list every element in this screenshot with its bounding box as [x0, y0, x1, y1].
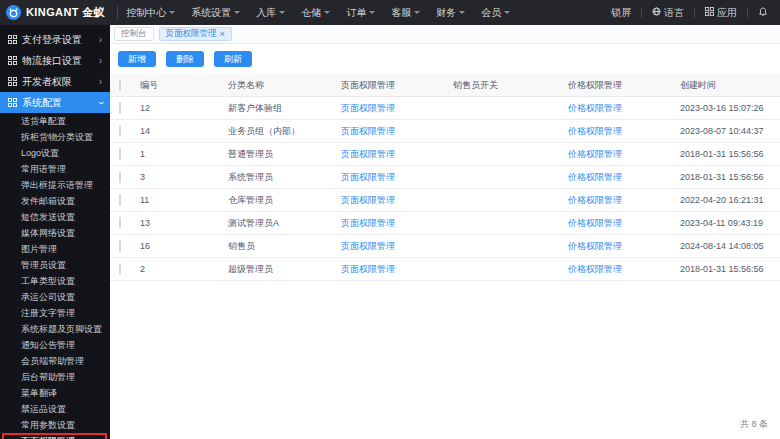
price-permission-link[interactable]: 价格权限管理	[568, 263, 680, 276]
sidebar-item-label: 通知公告管理	[21, 339, 75, 352]
chevron-down-icon	[459, 11, 465, 17]
col-header-price-permission: 价格权限管理	[568, 79, 680, 92]
menu-grid-icon	[8, 77, 17, 86]
sidebar-item-10[interactable]: 管理员设置	[0, 257, 110, 273]
nav-right-divider	[694, 7, 695, 18]
delete-button[interactable]: 删除	[166, 51, 204, 67]
chevron-right-icon: ›	[99, 77, 102, 87]
select-all-checkbox[interactable]	[119, 79, 121, 91]
row-checkbox[interactable]	[119, 263, 121, 275]
sidebar-item-19[interactable]: 禁运品设置	[0, 401, 110, 417]
sidebar-item-12[interactable]: 承运公司设置	[0, 289, 110, 305]
sidebar-item-9[interactable]: 图片管理	[0, 241, 110, 257]
page-permission-link[interactable]: 页面权限管理	[341, 194, 453, 207]
lock-screen-button[interactable]: 锁屏	[611, 6, 631, 20]
globe-button[interactable]: 语言	[652, 6, 684, 20]
nav-utility-label: 应用	[717, 6, 737, 20]
sidebar-item-20[interactable]: 常用参数设置	[0, 417, 110, 433]
row-checkbox[interactable]	[119, 194, 121, 206]
table-row: 3系统管理员页面权限管理价格权限管理2018-01-31 15:56:56	[110, 166, 780, 189]
nav-utility-label: 语言	[664, 6, 684, 20]
sidebar-item-4[interactable]: 常用语管理	[0, 161, 110, 177]
row-checkbox[interactable]	[119, 102, 121, 114]
page-permission-link[interactable]: 页面权限管理	[341, 263, 453, 276]
nav-item-1[interactable]: 控制中心	[126, 6, 175, 20]
price-permission-link[interactable]: 价格权限管理	[568, 148, 680, 161]
add-button[interactable]: 新增	[118, 51, 156, 67]
cell-created-at: 2023-04-11 09:43:19	[680, 218, 780, 228]
sidebar-item-7[interactable]: 短信发送设置	[0, 209, 110, 225]
price-permission-link[interactable]: 价格权限管理	[568, 102, 680, 115]
table-row: 12新客户体验组页面权限管理价格权限管理2023-03-16 15:07:26	[110, 97, 780, 120]
refresh-button[interactable]: 刷新	[214, 51, 252, 67]
price-permission-link[interactable]: 价格权限管理	[568, 217, 680, 230]
nav-item-2[interactable]: 系统设置	[191, 6, 240, 20]
price-permission-link[interactable]: 价格权限管理	[568, 125, 680, 138]
header-checkbox-cell	[110, 80, 140, 90]
tab-page-permission[interactable]: 页面权限管理 ×	[159, 27, 232, 41]
tab-page-permission-label: 页面权限管理	[166, 28, 217, 40]
page-permission-link[interactable]: 页面权限管理	[341, 240, 453, 253]
tab-close-icon[interactable]: ×	[220, 30, 225, 39]
sidebar-item-2[interactable]: 拆柜货物分类设置	[0, 129, 110, 145]
sidebar-item-13[interactable]: 注册文字管理	[0, 305, 110, 321]
sidebar-item-17[interactable]: 后台帮助管理	[0, 369, 110, 385]
sidebar-item-3[interactable]: Logo设置	[0, 145, 110, 161]
sidebar-item-5[interactable]: 弹出框提示语管理	[0, 177, 110, 193]
logo[interactable]: KINGANT 金蚁	[0, 5, 115, 20]
sidebar-group-3[interactable]: 开发者权限›	[0, 71, 110, 92]
nav-item-4[interactable]: 仓储	[301, 6, 330, 20]
nav-item-label: 系统设置	[191, 6, 231, 20]
row-checkbox[interactable]	[119, 171, 121, 183]
sidebar-group-2[interactable]: 物流接口设置›	[0, 50, 110, 71]
nav-item-7[interactable]: 财务	[436, 6, 465, 20]
nav-item-5[interactable]: 订单	[346, 6, 375, 20]
sidebar-group-4[interactable]: 系统配置›	[0, 92, 110, 113]
cell-id: 14	[140, 126, 228, 136]
sidebar-item-label: 承运公司设置	[21, 291, 75, 304]
apps-grid-icon	[705, 7, 714, 18]
sidebar-groups: 支付登录设置›物流接口设置›开发者权限›系统配置›	[0, 29, 110, 113]
nav-item-8[interactable]: 会员	[481, 6, 510, 20]
sidebar-item-21[interactable]: 页面权限管理	[0, 433, 110, 439]
sidebar-item-18[interactable]: 菜单翻译	[0, 385, 110, 401]
nav-item-label: 入库	[256, 6, 276, 20]
switch-knob	[455, 202, 464, 211]
chevron-down-icon	[369, 11, 375, 17]
sidebar-group-label: 支付登录设置	[22, 33, 94, 47]
page-permission-link[interactable]: 页面权限管理	[341, 125, 453, 138]
row-checkbox[interactable]	[119, 148, 121, 160]
sidebar-item-8[interactable]: 媒体网络设置	[0, 225, 110, 241]
cell-name: 业务员组（内部）	[228, 125, 341, 138]
sidebar-item-15[interactable]: 通知公告管理	[0, 337, 110, 353]
sidebar-group-1[interactable]: 支付登录设置›	[0, 29, 110, 50]
row-checkbox[interactable]	[119, 240, 121, 252]
page-permission-link[interactable]: 页面权限管理	[341, 102, 453, 115]
table-row: 14业务员组（内部）页面权限管理价格权限管理2023-08-07 10:44:3…	[110, 120, 780, 143]
page-permission-link[interactable]: 页面权限管理	[341, 148, 453, 161]
cell-name: 测试管理员A	[228, 217, 341, 230]
price-permission-link[interactable]: 价格权限管理	[568, 240, 680, 253]
cell-created-at: 2023-08-07 10:44:37	[680, 126, 780, 136]
price-permission-link[interactable]: 价格权限管理	[568, 194, 680, 207]
sidebar-item-6[interactable]: 发件邮箱设置	[0, 193, 110, 209]
page-permission-link[interactable]: 页面权限管理	[341, 171, 453, 184]
sidebar-item-label: 图片管理	[21, 243, 57, 256]
sidebar-item-14[interactable]: 系统标题及页脚设置	[0, 321, 110, 337]
sidebar-item-1[interactable]: 送货单配置	[0, 113, 110, 129]
nav-item-label: 会员	[481, 6, 501, 20]
tab-console[interactable]: 控制台	[114, 27, 154, 41]
page-permission-link[interactable]: 页面权限管理	[341, 217, 453, 230]
sidebar-item-label: 后台帮助管理	[21, 371, 75, 384]
apps-grid-button[interactable]: 应用	[705, 6, 737, 20]
sidebar-item-11[interactable]: 工单类型设置	[0, 273, 110, 289]
sidebar-item-label: 会员端帮助管理	[21, 355, 84, 368]
row-checkbox[interactable]	[119, 217, 121, 229]
bell-button[interactable]	[758, 7, 768, 19]
sidebar-item-16[interactable]: 会员端帮助管理	[0, 353, 110, 369]
row-checkbox[interactable]	[119, 125, 121, 137]
nav-item-3[interactable]: 入库	[256, 6, 285, 20]
nav-item-6[interactable]: 客服	[391, 6, 420, 20]
table-row: 16销售员页面权限管理价格权限管理2024-08-14 14:08:05	[110, 235, 780, 258]
price-permission-link[interactable]: 价格权限管理	[568, 171, 680, 184]
